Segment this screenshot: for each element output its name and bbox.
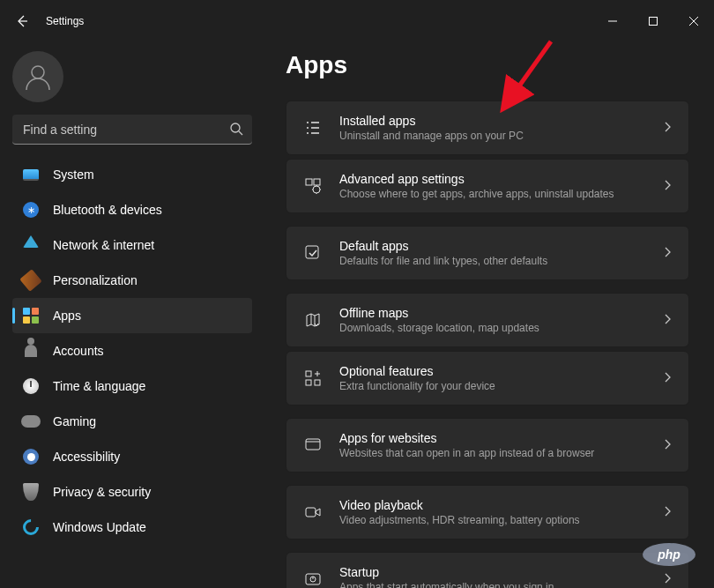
card-title: Video playback [339, 498, 662, 512]
sidebar-item-time[interactable]: Time & language [12, 368, 252, 404]
sidebar-item-accounts[interactable]: Accounts [12, 333, 252, 368]
card-title: Optional features [339, 364, 662, 378]
card-text: Startup Apps that start automatically wh… [339, 565, 662, 588]
sidebar-item-apps[interactable]: Apps [12, 298, 252, 333]
chevron-right-icon [662, 312, 673, 328]
chevron-right-icon [662, 370, 673, 386]
maximize-icon [649, 17, 658, 26]
card-text: Video playback Video adjustments, HDR st… [339, 498, 662, 526]
search-box [12, 115, 252, 145]
apps-icon [21, 306, 41, 325]
card-desc: Uninstall and manage apps on your PC [339, 130, 662, 142]
bluetooth-icon: ∗ [21, 200, 41, 220]
svg-point-2 [231, 123, 240, 132]
card-title: Startup [339, 565, 662, 579]
back-button[interactable] [9, 8, 35, 34]
website-app-icon [302, 435, 324, 456]
sidebar-item-accessibility[interactable]: Accessibility [12, 439, 252, 474]
chevron-right-icon [662, 504, 673, 520]
svg-point-5 [313, 186, 320, 193]
sidebar-item-label: Apps [53, 309, 81, 323]
card-desc: Defaults for file and link types, other … [339, 255, 662, 267]
card-title: Installed apps [339, 114, 662, 128]
card-title: Advanced app settings [339, 172, 662, 186]
card-text: Apps for websites Websites that can open… [339, 431, 662, 459]
card-video-playback[interactable]: Video playback Video adjustments, HDR st… [286, 485, 689, 540]
brush-icon [21, 271, 41, 290]
sidebar-item-label: Privacy & security [53, 485, 151, 499]
card-title: Offline maps [339, 306, 662, 320]
card-desc: Apps that start automatically when you s… [339, 581, 662, 588]
card-desc: Websites that can open in an app instead… [339, 447, 662, 459]
chevron-right-icon [662, 245, 673, 261]
page-title: Apps [286, 51, 689, 79]
card-installed-apps[interactable]: Installed apps Uninstall and manage apps… [286, 100, 689, 155]
list-icon [302, 117, 324, 138]
close-button[interactable] [673, 7, 714, 35]
search-input[interactable] [12, 115, 252, 145]
wifi-icon [21, 235, 41, 255]
window-controls [592, 7, 714, 35]
titlebar: Settings [0, 0, 714, 42]
sidebar-item-label: Windows Update [53, 520, 146, 534]
close-icon [689, 17, 698, 26]
sidebar-item-label: Bluetooth & devices [53, 203, 162, 217]
minimize-icon [608, 17, 617, 26]
avatar[interactable] [12, 51, 63, 102]
card-optional-features[interactable]: Optional features Extra functionality fo… [286, 351, 689, 406]
sidebar-item-personalization[interactable]: Personalization [12, 263, 252, 298]
sidebar-item-label: Accessibility [53, 450, 120, 464]
chevron-right-icon [662, 120, 673, 136]
svg-rect-8 [306, 380, 311, 385]
accessibility-icon [21, 447, 41, 466]
card-desc: Choose where to get apps, archive apps, … [339, 188, 662, 200]
card-apps-for-websites[interactable]: Apps for websites Websites that can open… [286, 418, 689, 473]
chevron-right-icon [662, 571, 673, 587]
svg-rect-10 [306, 439, 320, 450]
minimize-button[interactable] [592, 7, 633, 35]
card-text: Installed apps Uninstall and manage apps… [339, 114, 662, 142]
card-default-apps[interactable]: Default apps Defaults for file and link … [286, 226, 689, 280]
sidebar-item-privacy[interactable]: Privacy & security [12, 474, 252, 510]
sidebar-item-gaming[interactable]: Gaming [12, 404, 252, 439]
svg-rect-9 [315, 380, 320, 385]
shield-icon [21, 482, 41, 502]
svg-rect-0 [650, 18, 658, 26]
card-title: Default apps [339, 239, 662, 253]
sidebar-item-label: Network & internet [53, 238, 154, 252]
gamepad-icon [21, 412, 41, 431]
sidebar-item-windowsupdate[interactable]: Windows Update [12, 510, 252, 545]
sidebar-item-label: Gaming [53, 414, 96, 428]
sidebar-item-network[interactable]: Network & internet [12, 227, 252, 263]
card-desc: Extra functionality for your device [339, 380, 662, 392]
sidebar-item-label: Personalization [53, 273, 138, 287]
svg-rect-7 [306, 371, 311, 376]
main: Apps Installed apps Uninstall and manage… [264, 42, 714, 588]
default-apps-icon [302, 242, 324, 264]
update-icon [21, 517, 41, 537]
card-text: Default apps Defaults for file and link … [339, 239, 662, 267]
sidebar-item-label: System [53, 167, 94, 182]
maximize-button[interactable] [633, 7, 673, 35]
video-icon [302, 502, 324, 523]
card-text: Advanced app settings Choose where to ge… [339, 172, 662, 200]
card-text: Offline maps Downloads, storage location… [339, 306, 662, 334]
card-offline-maps[interactable]: Offline maps Downloads, storage location… [286, 293, 689, 347]
card-startup[interactable]: Startup Apps that start automatically wh… [286, 552, 689, 588]
sidebar-item-bluetooth[interactable]: ∗ Bluetooth & devices [12, 192, 252, 227]
card-advanced-app-settings[interactable]: Advanced app settings Choose where to ge… [286, 159, 689, 213]
map-icon [302, 309, 324, 331]
svg-rect-4 [314, 179, 320, 185]
account-icon [21, 341, 41, 361]
content: System ∗ Bluetooth & devices Network & i… [0, 42, 714, 588]
window-title: Settings [46, 15, 84, 27]
back-arrow-icon [15, 14, 29, 28]
search-icon [229, 122, 243, 139]
sidebar-item-system[interactable]: System [12, 157, 252, 192]
chevron-right-icon [662, 437, 673, 453]
card-text: Optional features Extra functionality fo… [339, 364, 662, 392]
card-desc: Video adjustments, HDR streaming, batter… [339, 514, 662, 526]
plus-grid-icon [302, 368, 324, 389]
person-icon [23, 62, 53, 92]
sidebar-item-label: Accounts [53, 344, 104, 358]
